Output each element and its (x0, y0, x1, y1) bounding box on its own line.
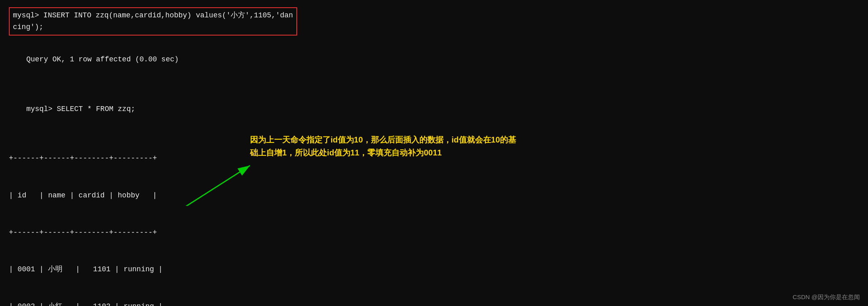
table-header: | id | name | cardid | hobby | (9, 189, 859, 202)
csdn-watermark: CSDN @因为你是在忽闻 (793, 293, 860, 301)
table-row-1: | 0001 | 小明 | 1101 | running | (9, 263, 859, 276)
insert-command-block: mysql> INSERT INTO zzq(name,cardid,hobby… (9, 7, 297, 36)
blank-line1 (9, 78, 859, 90)
insert-line1: mysql> INSERT INTO zzq(name,cardid,hobby… (13, 11, 293, 19)
query-ok-line: Query OK, 1 row affected (0.00 sec) (9, 41, 859, 78)
select-command: mysql> SELECT * FROM zzq; (9, 90, 859, 128)
table-border-mid: +------+------+--------+---------+ (9, 226, 859, 239)
table-border-top: +------+------+--------+---------+ (9, 152, 859, 165)
terminal-window: mysql> INSERT INTO zzq(name,cardid,hobby… (0, 0, 868, 306)
table-row-2: | 0002 | 小红 | 1102 | running | (9, 300, 859, 306)
table-output: +------+------+--------+---------+ | id … (9, 128, 859, 306)
insert-line2: cing'); (13, 23, 44, 31)
